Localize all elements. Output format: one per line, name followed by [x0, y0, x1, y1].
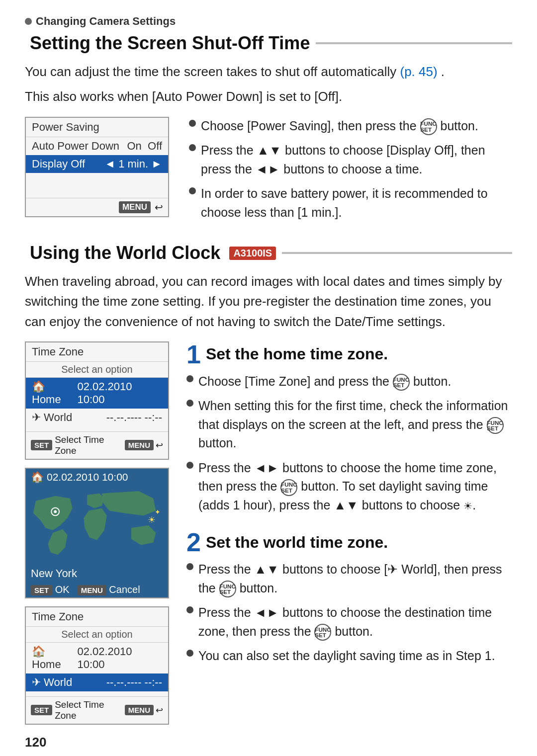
- func-btn-step2-1: FUNCSET: [314, 624, 331, 641]
- step1-bullet-2: Press the ◄► buttons to choose the home …: [186, 459, 512, 515]
- world-steps-layout: Time Zone Select an option 🏠 Home 02.02.…: [25, 341, 512, 725]
- map-header-time: 02.02.2010 10:00: [47, 471, 128, 483]
- map-city-label: New York: [26, 565, 168, 582]
- svg-point-2: [54, 510, 57, 513]
- page-number: 120: [25, 735, 512, 750]
- map-area: ☀ ✦: [26, 486, 168, 565]
- shutoff-menu-spacer: [26, 173, 168, 198]
- shutoff-heading: Setting the Screen Shut-Off Time: [25, 33, 310, 54]
- world-heading-bar: [282, 252, 512, 254]
- tz-box2-footer: SET Select Time Zone MENU ↩: [26, 696, 168, 724]
- world-map-svg: ☀ ✦: [26, 486, 168, 563]
- shutoff-menu-row-0: Auto Power Down On Off: [26, 137, 168, 155]
- step1-header: 1 Set the home time zone.: [186, 341, 512, 367]
- tz-box-2: Time Zone Select an option 🏠 Home 02.02.…: [25, 606, 169, 725]
- map-header: 🏠 02.02.2010 10:00: [26, 469, 168, 486]
- step1-bullet-0: Choose [Time Zone] and press the FUNCSET…: [186, 372, 512, 391]
- func-btn-step2-0: FUNCSET: [219, 581, 236, 597]
- step2-bullets: Press the ▲▼ buttons to choose [✈ World]…: [186, 560, 512, 666]
- shutoff-col-left: Power Saving Auto Power Down On Off Disp…: [25, 117, 174, 217]
- section-label-text: Changing Camera Settings: [36, 15, 176, 28]
- tz-box1-title: Time Zone: [26, 342, 168, 361]
- tz-box2-set-info: SET Select Time Zone: [31, 699, 125, 721]
- shutoff-menu-btn: MENU: [119, 201, 151, 213]
- shutoff-body1-cont: .: [441, 64, 445, 79]
- bullet-dot-1: [189, 144, 196, 151]
- world-heading-text: Using the World Clock: [30, 243, 220, 263]
- shutoff-heading-wrapper: Setting the Screen Shut-Off Time: [25, 33, 512, 54]
- svg-text:☀: ☀: [148, 515, 156, 525]
- step2-block: 2 Set the world time zone. Press the ▲▼ …: [186, 529, 512, 666]
- tz-box1-footer: SET Select Time Zone MENU ↩: [26, 431, 168, 459]
- step1-num: 1: [186, 341, 201, 367]
- step2-bullet-0: Press the ▲▼ buttons to choose [✈ World]…: [186, 560, 512, 597]
- tz-box1-row-home: 🏠 Home 02.02.2010 10:00: [26, 378, 168, 409]
- world-clock-section: Using the World Clock A3100IS When trave…: [25, 243, 512, 725]
- tz-box2-title: Time Zone: [26, 607, 168, 626]
- step2-header: 2 Set the world time zone.: [186, 529, 512, 555]
- bullet-dot-0: [189, 120, 196, 127]
- steps-col: 1 Set the home time zone. Choose [Time Z…: [186, 341, 512, 680]
- step2-heading: Set the world time zone.: [206, 533, 388, 552]
- world-heading: Using the World Clock A3100IS: [25, 243, 276, 263]
- step1-heading: Set the home time zone.: [206, 345, 388, 363]
- section-label: Changing Camera Settings: [25, 15, 512, 28]
- shutoff-heading-bar: [316, 42, 512, 44]
- tz-box2-row-world: ✈ World --.--.---- --:--: [26, 673, 168, 691]
- func-btn-step1-2: FUNCSET: [280, 479, 297, 496]
- shutoff-menu-box: Power Saving Auto Power Down On Off Disp…: [25, 117, 169, 217]
- world-left-boxes: Time Zone Select an option 🏠 Home 02.02.…: [25, 341, 172, 725]
- shutoff-body1: You can adjust the time the screen takes…: [25, 62, 512, 82]
- shutoff-body1-text: You can adjust the time the screen takes…: [25, 64, 396, 79]
- shutoff-bullet-0: Choose [Power Saving], then press the FU…: [189, 117, 512, 136]
- svg-text:✦: ✦: [155, 508, 161, 516]
- step2-num: 2: [186, 529, 201, 555]
- tz-box2-row-home: 🏠 Home 02.02.2010 10:00: [26, 643, 168, 673]
- shutoff-heading-text: Setting the Screen Shut-Off Time: [30, 33, 310, 54]
- tz-box1-set-info: SET Select Time Zone: [31, 434, 125, 456]
- tz-box1-row-world: ✈ World --.--.---- --:--: [26, 409, 168, 426]
- shutoff-two-col: Power Saving Auto Power Down On Off Disp…: [25, 117, 512, 228]
- step1-bullet-1: When setting this for the first time, ch…: [186, 397, 512, 453]
- model-badge: A3100IS: [229, 247, 276, 260]
- func-btn-step1-1: FUNCSET: [487, 417, 504, 434]
- shutoff-body1-link: (p. 45): [400, 64, 437, 79]
- map-box: 🏠 02.02.2010 10:00: [25, 468, 169, 598]
- shutoff-body2-text: This also works when [Auto Power Down] i…: [25, 89, 342, 104]
- shutoff-menu-row-1: Display Off ◄ 1 min. ►: [26, 155, 168, 173]
- func-btn-step1-0: FUNCSET: [393, 374, 410, 391]
- step1-block: 1 Set the home time zone. Choose [Time Z…: [186, 341, 512, 515]
- sun-icon: ☀: [463, 499, 472, 513]
- world-heading-wrapper: Using the World Clock A3100IS: [25, 243, 512, 263]
- shutoff-bullet-2: In order to save battery power, it is re…: [189, 184, 512, 222]
- step2-bullet-2: You can also set the daylight saving tim…: [186, 647, 512, 666]
- bullet-dot-2: [189, 187, 196, 194]
- shutoff-bullets: Choose [Power Saving], then press the FU…: [189, 117, 512, 222]
- shutoff-body2: This also works when [Auto Power Down] i…: [25, 86, 512, 106]
- tz-box1-subtitle: Select an option: [26, 361, 168, 378]
- shutoff-menu-footer: MENU ↩: [26, 198, 168, 216]
- shutoff-col-right: Choose [Power Saving], then press the FU…: [189, 117, 512, 228]
- step1-bullets: Choose [Time Zone] and press the FUNCSET…: [186, 372, 512, 515]
- tz-box2-subtitle: Select an option: [26, 626, 168, 643]
- shutoff-bullet-1: Press the ▲▼ buttons to choose [Display …: [189, 141, 512, 178]
- section-dot: [25, 18, 32, 25]
- world-body: When traveling abroad, you can record im…: [25, 271, 512, 332]
- tz-box-1: Time Zone Select an option 🏠 Home 02.02.…: [25, 341, 169, 460]
- func-btn-1: FUNCSET: [420, 118, 437, 135]
- shutoff-menu-title: Power Saving: [26, 118, 168, 137]
- step2-bullet-1: Press the ◄► buttons to choose the desti…: [186, 603, 512, 641]
- map-footer-btns: SET OK MENU Cancel: [26, 582, 168, 597]
